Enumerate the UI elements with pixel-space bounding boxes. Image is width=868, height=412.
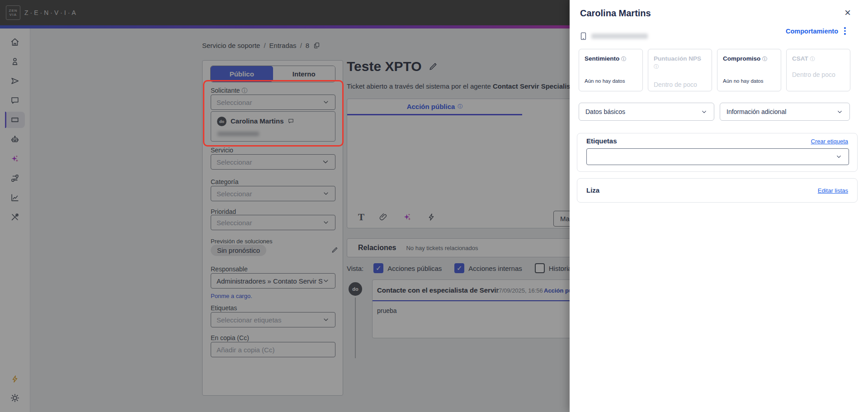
metric-card-compromiso[interactable]: Compromiso ⓘ Aún no hay datos	[717, 49, 781, 91]
app-root: ZEN VIA Z·E·N·V·I·A	[0, 0, 868, 412]
close-icon[interactable]: ×	[844, 7, 851, 18]
metric-value: Dentro de poco	[654, 81, 697, 88]
accordion-datos-basicos[interactable]: Datos básicos	[579, 103, 714, 121]
chevron-down-icon	[836, 109, 843, 115]
metric-value: Aún no hay datos	[723, 78, 764, 84]
redacted-phone-number	[591, 33, 648, 39]
kebab-menu-icon[interactable]	[844, 27, 846, 35]
annotation-highlight-box	[203, 80, 344, 147]
chevron-down-icon	[701, 109, 708, 115]
metric-title: Sentimiento ⓘ	[585, 55, 637, 63]
overlay-scrim[interactable]	[0, 0, 570, 412]
metric-card-csat: CSAT ⓘ Dentro de poco	[786, 49, 850, 91]
info-icon[interactable]: ⓘ	[762, 56, 767, 62]
metric-value: Aún no hay datos	[585, 78, 625, 84]
metric-title: Puntuación NPS ⓘ	[654, 55, 706, 71]
info-icon: ⓘ	[654, 64, 659, 69]
etiquetas-select[interactable]	[586, 148, 849, 165]
accordion-label: Datos básicos	[585, 108, 625, 115]
metric-value: Dentro de poco	[792, 71, 835, 78]
comportamiento-link[interactable]: Comportamiento	[786, 28, 838, 35]
info-icon[interactable]: ⓘ	[621, 56, 626, 62]
editar-listas-link[interactable]: Editar listas	[818, 187, 848, 194]
chevron-down-icon	[835, 153, 842, 160]
metric-title: CSAT ⓘ	[792, 55, 844, 63]
contact-detail-panel: Carolina Martins × Comportamiento Sentim…	[570, 0, 868, 412]
accordion-informacion-adicional[interactable]: Información adicional	[720, 103, 850, 121]
metric-title: Compromiso ⓘ	[723, 55, 775, 63]
metric-card-sentimiento[interactable]: Sentimiento ⓘ Aún no hay datos	[579, 49, 643, 91]
info-icon: ⓘ	[810, 56, 815, 62]
crear-etiqueta-link[interactable]: Crear etiqueta	[811, 138, 848, 145]
contact-phone-row	[580, 32, 648, 41]
listas-title: Liza	[586, 186, 599, 194]
contact-name: Carolina Martins	[580, 8, 651, 19]
etiquetas-title: Etiquetas	[586, 137, 617, 145]
etiquetas-card: Etiquetas Crear etiqueta	[577, 133, 858, 172]
phone-icon	[580, 32, 587, 41]
metric-card-nps: Puntuación NPS ⓘ Dentro de poco	[648, 49, 712, 91]
accordion-label: Información adicional	[726, 108, 786, 115]
listas-card: Liza Editar listas	[577, 178, 858, 203]
